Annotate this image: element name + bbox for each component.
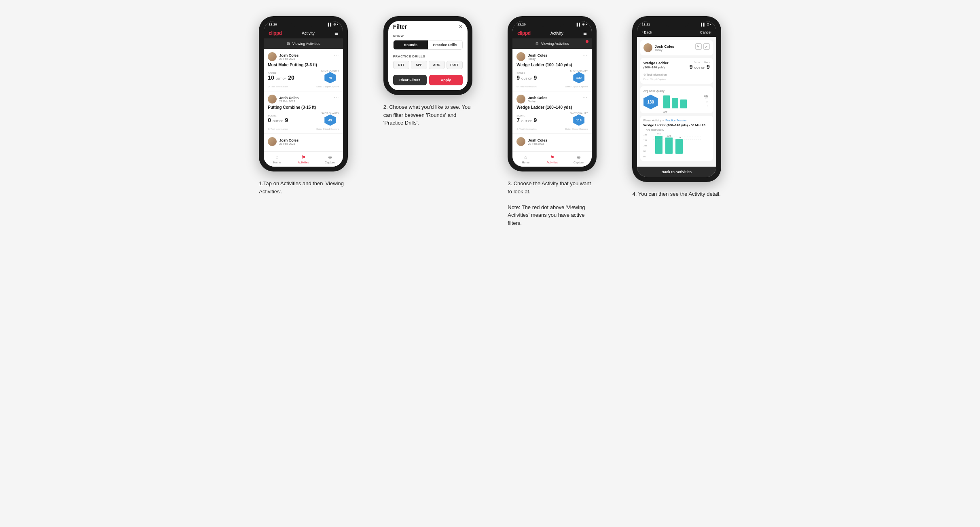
sq-hex-1-1: 75: [324, 72, 336, 83]
home-icon-3: ⌂: [524, 155, 527, 160]
activities-icon-3: ⚑: [550, 155, 555, 160]
dots-menu-1-1[interactable]: ···: [334, 52, 339, 58]
time-1: 13:20: [269, 23, 277, 26]
nav-capture-1[interactable]: ⊕ Capture: [317, 153, 343, 165]
apply-btn[interactable]: Apply: [429, 75, 463, 85]
drill-putt[interactable]: PUTT: [447, 61, 463, 69]
avatar-3-3: [516, 137, 525, 146]
avg-sq-label: Avg Shot Quality: [643, 89, 710, 92]
drill-arg[interactable]: ARG: [429, 61, 445, 69]
toggle-group: Rounds Practice Drills: [393, 40, 463, 50]
nav-home-3[interactable]: ⌂ Home: [512, 153, 539, 165]
data-3-1: Data: Clippd Capture: [565, 85, 588, 88]
viewing-activities-bar-1[interactable]: ⊞ Viewing Activities: [264, 38, 343, 49]
drill-filters: OTT APP ARG PUTT: [393, 61, 463, 69]
avg-sq-hex: 130: [643, 95, 658, 109]
avatar-1-3: [268, 137, 277, 146]
sq-label-1-1: Shot Quality: [321, 70, 339, 72]
phone-3: 13:20 ▌▌ ⊙ ▪ clippd Activity ☰ ⊞ Viewing…: [508, 16, 597, 171]
data-1-1: Data: Clippd Capture: [316, 85, 339, 88]
show-label: Show: [393, 34, 463, 38]
phone-2-screen: 13:21 ▌▌ ⊙ ▪ clippd Activity ☰ ⊞ Viewing…: [388, 21, 468, 90]
phone-2-section: 13:21 ▌▌ ⊙ ▪ clippd Activity ☰ ⊞ Viewing…: [372, 16, 484, 127]
logo-1: clippd: [269, 30, 282, 36]
score-val-1-2: 0: [268, 117, 271, 123]
close-filter-btn[interactable]: ✕: [459, 24, 463, 30]
viewing-activities-bar-3[interactable]: ⊞ Viewing Activities: [512, 38, 592, 49]
activities-icon-1: ⚑: [301, 155, 306, 160]
sq-hex-3-2: 118: [573, 114, 584, 126]
clear-filters-btn[interactable]: Clear Filters: [393, 75, 427, 85]
menu-icon-3[interactable]: ☰: [583, 31, 587, 36]
info-1-2: ⊙ Test Information: [268, 127, 288, 130]
shots-val-3-2: 9: [533, 117, 537, 123]
session-title: Wedge Ladder (100–140 yds) - 06 Mar 23: [643, 123, 710, 127]
detail-header: ‹ Back Cancel: [637, 28, 716, 37]
detail-user-date: Today: [655, 49, 674, 51]
back-activities-btn[interactable]: Back to Activities: [637, 167, 716, 177]
card-1-1[interactable]: Josh Coles 28 Feb 2023 ··· Must Make Put…: [264, 49, 343, 91]
info-1-1: ⊙ Test Information: [268, 85, 288, 88]
card-3-2[interactable]: Josh Coles Today ··· Wedge Ladder (100–1…: [512, 91, 592, 134]
user-name-3-2: Josh Coles: [528, 96, 547, 100]
svg-rect-2: [680, 99, 687, 108]
nav-activities-3[interactable]: ⚑ Activities: [539, 153, 565, 165]
drill-app[interactable]: APP: [411, 61, 427, 69]
drills-label: Practice Drills: [393, 55, 463, 58]
menu-icon-1[interactable]: ☰: [334, 31, 338, 36]
notch-4: [665, 21, 689, 27]
svg-rect-0: [663, 95, 670, 108]
dots-menu-3-1[interactable]: ···: [582, 52, 588, 58]
user-name-3-1: Josh Coles: [528, 53, 547, 57]
phone-3-screen: 13:20 ▌▌ ⊙ ▪ clippd Activity ☰ ⊞ Viewing…: [512, 21, 592, 167]
score-val-3-2: 7: [516, 117, 520, 123]
logo-3: clippd: [517, 30, 530, 36]
drill-ott[interactable]: OTT: [393, 61, 409, 69]
info-3-2: ⊙ Test Information: [516, 127, 536, 130]
toggle-practice-drills[interactable]: Practice Drills: [428, 40, 462, 49]
user-date-1-2: 28 Feb 2023: [279, 100, 298, 103]
notch-1: [291, 21, 315, 27]
nav-activities-1[interactable]: ⚑ Activities: [290, 153, 317, 165]
card-1-2[interactable]: Josh Coles 28 Feb 2023 ··· Putting Combi…: [264, 91, 343, 134]
wedge-title: Wedge Ladder(100–140 yds): [643, 61, 669, 69]
capture-label-1: Capture: [325, 161, 335, 164]
dots-menu-1-2[interactable]: ···: [334, 95, 339, 100]
toggle-rounds[interactable]: Rounds: [394, 40, 428, 49]
bottom-nav-1: ⌂ Home ⚑ Activities ⊕ Capture: [264, 151, 343, 167]
card-3-3-partial[interactable]: Josh Coles 28 Feb 2023: [512, 134, 592, 151]
status-icons-3: ▌▌ ⊙ ▪: [577, 23, 587, 26]
data-1-2: Data: Clippd Capture: [316, 128, 339, 130]
card-3-1[interactable]: Josh Coles Today ··· Wedge Ladder (100–1…: [512, 49, 592, 91]
user-name-1-3: Josh Coles: [279, 138, 298, 142]
caption-4: 4. You can then see the Activity detail.: [633, 190, 721, 198]
cancel-btn[interactable]: Cancel: [700, 30, 711, 34]
user-date-1-3: 28 Feb 2023: [279, 142, 298, 145]
data-3-2: Data: Clippd Capture: [565, 128, 588, 130]
nav-capture-3[interactable]: ⊕ Capture: [565, 153, 592, 165]
outof-1-2: OUT OF: [273, 120, 283, 123]
card-1-3-partial[interactable]: Josh Coles 28 Feb 2023: [264, 134, 343, 151]
filter-icon-1: ⊞: [287, 42, 290, 46]
detail-user-name: Josh Coles: [655, 44, 674, 49]
filter-modal: Filter ✕ Show Rounds Practice Drills Pra…: [388, 21, 468, 90]
outof-3-1: OUT OF: [521, 77, 532, 80]
activity-title-3-1: Wedge Ladder (100–140 yds): [516, 63, 588, 67]
phone-2: 13:21 ▌▌ ⊙ ▪ clippd Activity ☰ ⊞ Viewing…: [383, 16, 472, 95]
back-btn[interactable]: ‹ Back: [642, 30, 652, 34]
sq-label-3-2: Shot Quality: [570, 112, 588, 114]
bottom-nav-3: ⌂ Home ⚑ Activities ⊕ Capture: [512, 151, 592, 167]
detail-content: Josh Coles Today ✎ ⤢ Wed: [637, 37, 716, 167]
app-title-1: Activity: [302, 31, 315, 36]
svg-rect-4: [655, 136, 663, 154]
avatar-3-1: [516, 52, 525, 61]
player-activity: Player Activity → Practice Session: [643, 119, 710, 122]
outof-3-2: OUT OF: [521, 120, 532, 123]
expand-icon[interactable]: ⤢: [703, 43, 710, 50]
edit-icon[interactable]: ✎: [695, 43, 702, 50]
dots-menu-3-2[interactable]: ···: [582, 95, 588, 100]
capture-icon-3: ⊕: [577, 155, 581, 160]
nav-home-1[interactable]: ⌂ Home: [264, 153, 290, 165]
user-name-1-1: Josh Coles: [279, 53, 298, 57]
outof-1-1: OUT OF: [276, 77, 286, 80]
